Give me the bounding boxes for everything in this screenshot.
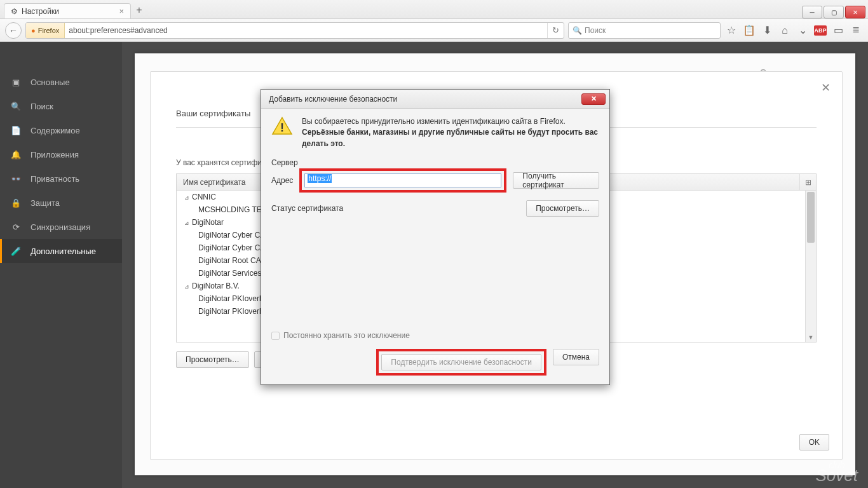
library-icon[interactable]: 📋 — [742, 24, 756, 36]
search-icon: 🔍 — [10, 102, 22, 111]
warning-line1: Вы собираетесь принудительно изменить ид… — [302, 116, 599, 127]
sidebar-item-advanced[interactable]: 🧪Дополнительные — [0, 239, 122, 263]
add-security-exception-dialog: Добавить исключение безопасности ✕ ! Вы … — [261, 89, 610, 385]
browser-tab-settings[interactable]: ⚙ Настройки × — [4, 3, 131, 18]
square-icon: ▣ — [10, 78, 22, 87]
home-icon[interactable]: ⌂ — [778, 25, 792, 36]
window-maximize-button[interactable]: ▢ — [824, 6, 844, 18]
confirm-exception-button[interactable]: Подтвердить исключение безопасности — [381, 354, 541, 370]
gear-icon: ⚙ — [11, 7, 18, 16]
permanent-store-label: Постоянно хранить это исключение — [283, 331, 410, 340]
mask-icon: 👓 — [10, 174, 22, 184]
flask-icon: 🧪 — [10, 247, 22, 256]
sidebar-item-label: Поиск — [31, 102, 53, 111]
warning-triangle-icon: ! — [271, 116, 293, 135]
column-header-name[interactable]: Имя сертификата — [183, 178, 246, 187]
address-input[interactable]: https:// — [304, 173, 501, 187]
dialog-close-button[interactable]: ✕ — [581, 93, 606, 105]
sidebar-item-privacy[interactable]: 👓Приватность — [0, 166, 122, 191]
downloads-icon[interactable]: ⬇ — [760, 24, 774, 36]
sync-icon: ⟳ — [10, 222, 22, 232]
address-input-value: https:// — [308, 174, 332, 183]
get-certificate-button[interactable]: Получить сертификат — [513, 172, 599, 189]
dialog-spacer — [271, 217, 599, 331]
lock-icon: 🔒 — [10, 198, 22, 208]
identity-box[interactable]: ● Firefox — [26, 23, 65, 38]
search-icon: 🔍 — [573, 26, 582, 35]
ok-button[interactable]: OK — [799, 434, 829, 451]
window-minimize-button[interactable]: ─ — [802, 6, 822, 18]
close-icon[interactable]: ✕ — [821, 81, 831, 95]
svg-text:!: ! — [280, 121, 284, 134]
sidebar-item-label: Синхронизация — [31, 222, 90, 232]
back-button[interactable]: ← — [5, 22, 22, 39]
tab-close-icon[interactable]: × — [119, 6, 124, 16]
reader-icon[interactable]: ▭ — [831, 24, 845, 36]
identity-label: Firefox — [38, 27, 60, 34]
url-bar[interactable]: ● Firefox about:preferences#advanced ↻ — [25, 22, 564, 39]
sidebar-item-label: Основные — [31, 78, 70, 87]
scroll-down-icon[interactable]: ▼ — [806, 332, 816, 342]
warning-line2: Серьёзные банки, магазины и другие публи… — [302, 128, 598, 147]
abp-icon[interactable]: ABP — [813, 25, 827, 36]
sidebar-item-sync[interactable]: ⟳Синхронизация — [0, 215, 122, 239]
sidebar-item-content[interactable]: 📄Содержимое — [0, 118, 122, 142]
menu-button[interactable]: ≡ — [849, 24, 863, 37]
view-status-button[interactable]: Просмотреть… — [526, 200, 599, 217]
dialog-titlebar[interactable]: Добавить исключение безопасности ✕ — [261, 90, 609, 109]
sidebar-item-security[interactable]: 🔒Защита — [0, 191, 122, 215]
reload-button[interactable]: ↻ — [547, 23, 564, 38]
cert-status-row: Статус сертификата Просмотреть… — [271, 200, 599, 217]
dialog-title: Добавить исключение безопасности — [269, 95, 397, 104]
window-titlebar: ⚙ Настройки × + ─ ▢ ✕ — [0, 0, 868, 19]
permanent-store-row[interactable]: Постоянно хранить это исключение — [271, 331, 599, 340]
column-picker-icon[interactable]: ⊞ — [799, 174, 816, 190]
cancel-button[interactable]: Отмена — [553, 349, 599, 365]
subpanel-tab-label: Ваши сертификаты — [176, 109, 250, 118]
document-icon: 📄 — [10, 126, 22, 135]
warning-text: Вы собираетесь принудительно изменить ид… — [302, 116, 599, 149]
sidebar-item-general[interactable]: ▣Основные — [0, 70, 122, 94]
tab-title: Настройки — [22, 7, 59, 16]
sidebar-item-label: Защита — [31, 198, 60, 208]
confirm-button-highlight: Подтвердить исключение безопасности — [376, 349, 546, 376]
server-section-label: Сервер — [271, 158, 599, 167]
window-close-button[interactable]: ✕ — [845, 6, 865, 18]
view-cert-button[interactable]: Просмотреть… — [176, 351, 249, 368]
tab-strip: ⚙ Настройки × + — [0, 0, 801, 18]
warning-row: ! Вы собираетесь принудительно изменить … — [271, 116, 599, 149]
address-label: Адрес — [271, 176, 293, 185]
scrollbar[interactable]: ▲ ▼ — [805, 191, 816, 342]
address-input-highlight: https:// — [299, 168, 506, 193]
address-row: Адрес https:// Получить сертификат — [271, 168, 599, 193]
sidebar-item-search[interactable]: 🔍Поиск — [0, 94, 122, 118]
sidebar-item-applications[interactable]: 🔔Приложения — [0, 142, 122, 166]
search-placeholder: Поиск — [585, 26, 606, 35]
pocket-icon[interactable]: ⌄ — [796, 24, 810, 36]
abp-badge: ABP — [814, 25, 827, 36]
preferences-sidebar: ▣Основные 🔍Поиск 📄Содержимое 🔔Приложения… — [0, 42, 122, 488]
navigation-toolbar: ← ● Firefox about:preferences#advanced ↻… — [0, 19, 868, 42]
cert-status-label: Статус сертификата — [271, 204, 343, 213]
dialog-body: ! Вы собираетесь принудительно изменить … — [261, 109, 609, 384]
scroll-thumb[interactable] — [807, 192, 815, 243]
sidebar-item-label: Приватность — [31, 174, 79, 184]
dialog-action-row: Подтвердить исключение безопасности Отме… — [271, 349, 599, 376]
window-controls: ─ ▢ ✕ — [801, 6, 865, 18]
sidebar-item-label: Содержимое — [31, 126, 80, 135]
bookmark-star-icon[interactable]: ☆ — [724, 24, 738, 36]
sidebar-item-label: Дополнительные — [31, 247, 96, 256]
url-text: about:preferences#advanced — [65, 26, 171, 35]
bell-icon: 🔔 — [10, 150, 22, 159]
new-tab-button[interactable]: + — [132, 3, 146, 17]
firefox-icon: ● — [31, 27, 36, 34]
search-bar[interactable]: 🔍 Поиск — [568, 22, 721, 39]
sidebar-item-label: Приложения — [31, 150, 79, 159]
permanent-store-checkbox[interactable] — [271, 332, 280, 340]
